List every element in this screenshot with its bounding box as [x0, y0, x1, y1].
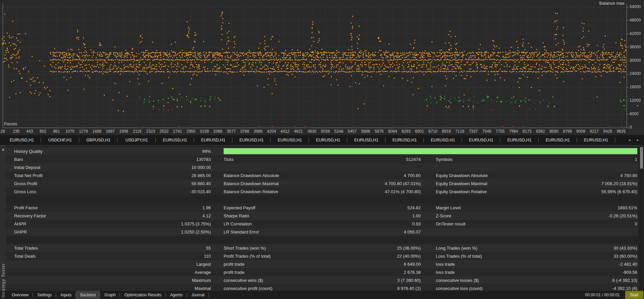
tab-agents[interactable]: Agents	[166, 291, 187, 299]
metric-label: Balance Drawdown Maximal	[224, 181, 336, 186]
symbol-tab[interactable]: USDJPY,H1	[118, 135, 156, 145]
tab-scroll-arrows: ◄►	[628, 138, 644, 142]
x-axis-tick-label: 4830	[308, 129, 317, 134]
report-row: Total Net Profit28 865.00Balance Drawdow…	[6, 171, 638, 179]
symbol-tab[interactable]: EURUSD,H1	[3, 135, 41, 145]
tab-backtest[interactable]: Backtest	[76, 291, 100, 299]
metric-value: 4 055.07	[336, 229, 421, 234]
y-axis-tick-label: 0	[630, 125, 632, 130]
report-row: Gross Profit58 880.40Balance Drawdown Ma…	[6, 179, 638, 187]
metric-value: 10 000.00	[137, 165, 211, 170]
metric-value: 524.82	[336, 205, 421, 210]
symbol-tab[interactable]: GBPUSD,H1	[79, 135, 118, 145]
symbol-tab[interactable]: EURUSD,H1	[462, 135, 500, 145]
vertical-scrollbar[interactable]	[640, 147, 643, 290]
tab-scroll-right-icon[interactable]: ►	[636, 138, 639, 142]
metric-value: -909.56	[554, 270, 637, 275]
x-axis-tick-label: 3368	[213, 129, 222, 134]
x-axis-tick-label: 861	[53, 129, 60, 134]
metric-label: loss trade	[436, 270, 554, 275]
metric-value: 55	[137, 246, 211, 251]
x-axis-tick-label: 6710	[428, 129, 438, 134]
symbol-tab[interactable]: EURUSD,H1	[232, 135, 271, 145]
metric-value: 4 750.80	[554, 173, 637, 178]
x-axis-tick-label: 5457	[348, 129, 357, 134]
metric-value: 3 (7 260.60)	[336, 278, 421, 283]
symbol-tab[interactable]: EURUSD,H1	[385, 135, 424, 145]
x-axis-tick-label: 8799	[563, 129, 572, 134]
x-axis-tick-label: 2532	[159, 129, 169, 134]
metric-value: 58 880.40	[137, 181, 211, 186]
x-axis-tick-label: 4412	[281, 129, 290, 134]
metric-label: LR Standard Error	[224, 229, 336, 234]
metric-label: profit trade	[224, 270, 336, 275]
metric-value: 1	[554, 157, 637, 162]
metric-value: 130783	[137, 157, 211, 162]
tab-scroll-left-icon[interactable]: ◄	[628, 138, 631, 142]
metric-label: Ticks	[224, 157, 336, 162]
metric-value: 30 (43.33%)	[554, 246, 637, 251]
x-axis-tick-label: 1906	[119, 129, 128, 134]
tab-inputs[interactable]: Inputs	[56, 291, 76, 299]
report-table: History Quality99%Bars130783Ticks512474S…	[6, 145, 638, 291]
tab-journal[interactable]: Journal	[187, 291, 209, 299]
scrollbar-thumb[interactable]	[640, 147, 643, 169]
y-axis-tick-label: 36000	[630, 45, 641, 49]
optimization-scatter-plot[interactable]	[0, 0, 644, 135]
y-axis-tick-label: 42000	[630, 31, 641, 36]
x-axis-tick-label: 1488	[92, 129, 101, 134]
y-axis-tick-label: 12000	[630, 98, 641, 103]
symbol-tab[interactable]: USDCHF,H1	[41, 135, 79, 145]
metric-label: Z-Score	[436, 213, 554, 218]
metric-label: Short Trades (won %)	[224, 246, 336, 251]
metric-value: 1.0375 (3.75%)	[137, 221, 211, 226]
close-icon[interactable]: ✕	[0, 146, 6, 153]
symbol-tab[interactable]: EURUSD,H1	[309, 135, 347, 145]
metric-label: Profit Factor	[6, 205, 137, 210]
x-axis-tick-label: 9635	[617, 129, 626, 134]
report-row: AHPR1.0375 (3.75%)LR Correlation0.93OnTe…	[6, 220, 638, 228]
x-axis-tick-label: 3159	[200, 129, 209, 134]
metric-value: -0.26 (20.51%)	[554, 213, 637, 218]
symbol-tab[interactable]: EURUSD,H1	[577, 135, 615, 145]
x-axis-tick-label: 5666	[361, 129, 370, 134]
symbol-tab[interactable]: EURUSD,H1	[424, 135, 462, 145]
symbol-tab[interactable]: EURUSD,H1	[539, 135, 577, 145]
metric-value: 1893.51%	[554, 205, 637, 210]
metric-label: Profit Trades (% of total)	[224, 254, 336, 259]
report-row: Initial Deposit10 000.00	[6, 163, 638, 171]
metric-label: Symbols	[436, 157, 554, 162]
x-axis-tick-label: 9217	[590, 129, 599, 134]
report-row: Total Deals110Profit Trades (% of total)…	[6, 252, 638, 260]
metric-value: 6 649.00	[336, 262, 421, 267]
tab-overview[interactable]: Overview	[7, 291, 33, 299]
tab-optimization-results[interactable]: Optimization Results	[120, 291, 166, 299]
metric-label: Bars	[6, 157, 137, 162]
report-row: Recovery Factor4.12Sharpe Ratio1.00Z-Sco…	[6, 212, 638, 220]
report-row: Bars130783Ticks512474Symbols1	[6, 155, 638, 163]
symbol-tab[interactable]: EURUSD,H1	[271, 135, 309, 145]
metric-value: 4.12	[137, 213, 211, 218]
metric-value: 4 700.80	[336, 173, 421, 178]
metric-label: loss trade	[436, 262, 554, 267]
symbol-tab[interactable]: EURUSD,H1	[500, 135, 539, 145]
metric-label: consecutive loss (count)	[436, 286, 554, 291]
x-axis-tick-label: 235	[13, 129, 19, 134]
symbol-tab[interactable]: EURUSD,H1	[156, 135, 194, 145]
report-row: History Quality99%	[6, 147, 638, 155]
symbol-tab[interactable]: EURUSD,H1	[194, 135, 232, 145]
x-axis-tick-label: 7337	[469, 129, 478, 134]
backtest-report-panel: ✕ History Quality99%Bars130783Ticks51247…	[0, 145, 644, 291]
metric-label: Equity Drawdown Absolute	[436, 173, 554, 178]
metric-value: -4 392.10 (6)	[554, 286, 637, 291]
report-row: Total Trades55Short Trades (won %)25 (36…	[6, 244, 638, 252]
x-axis-tick-label: 2950	[186, 129, 195, 134]
strategy-tester-window: Balance max Passes 540004800042000360003…	[0, 0, 644, 299]
tab-graph[interactable]: Graph	[100, 291, 120, 299]
symbol-tab[interactable]: EURUSD,H1	[347, 135, 385, 145]
start-button[interactable]: Start	[625, 291, 643, 299]
tab-settings[interactable]: Settings	[33, 291, 56, 299]
x-axis-tick-label: 6084	[388, 129, 397, 134]
series-label: Balance max	[599, 1, 625, 6]
metric-label: Total Trades	[6, 246, 137, 251]
